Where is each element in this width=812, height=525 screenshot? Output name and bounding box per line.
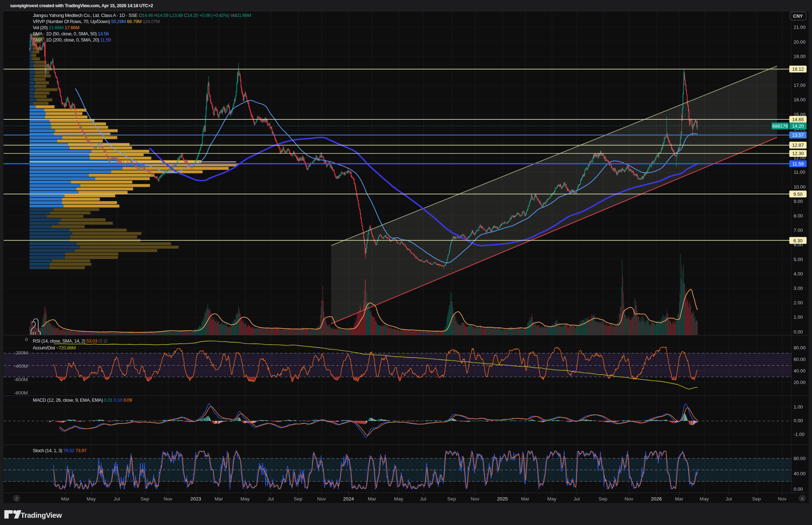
svg-text:2024: 2024 bbox=[343, 496, 354, 502]
svg-text:Sep: Sep bbox=[752, 496, 761, 502]
svg-text:Nov: Nov bbox=[471, 496, 479, 502]
svg-text:5.00: 5.00 bbox=[794, 257, 803, 262]
svg-text:May: May bbox=[240, 496, 250, 502]
svg-text:Jiangsu Yahong Meditech Co., L: Jiangsu Yahong Meditech Co., Ltd. Class … bbox=[33, 13, 251, 18]
svg-text:9.00: 9.00 bbox=[794, 199, 803, 204]
svg-text:Mar: Mar bbox=[61, 496, 70, 502]
svg-text:Jul: Jul bbox=[573, 496, 580, 502]
svg-text:6.30: 6.30 bbox=[793, 238, 802, 243]
svg-text:Mar: Mar bbox=[675, 496, 683, 502]
svg-text:Jul: Jul bbox=[267, 496, 274, 502]
svg-text:May: May bbox=[547, 496, 556, 502]
svg-text:-400M: -400M bbox=[14, 363, 28, 369]
svg-text:10.00: 10.00 bbox=[794, 184, 806, 190]
svg-text:Sep: Sep bbox=[294, 496, 302, 502]
svg-text:80.00: 80.00 bbox=[794, 345, 806, 350]
svg-text:20.00: 20.00 bbox=[794, 380, 806, 385]
svg-text:12.30: 12.30 bbox=[792, 151, 804, 156]
svg-text:40.00: 40.00 bbox=[794, 368, 806, 374]
svg-text:-600M: -600M bbox=[14, 377, 28, 382]
svg-text:14.20: 14.20 bbox=[792, 123, 804, 129]
svg-text:May: May bbox=[700, 496, 709, 502]
svg-text:14.65: 14.65 bbox=[792, 117, 804, 122]
svg-text:Mar: Mar bbox=[368, 496, 376, 502]
svg-text:Mar: Mar bbox=[214, 496, 223, 502]
svg-text:Accum/Dist −720.88M: Accum/Dist −720.88M bbox=[33, 345, 76, 350]
svg-text:2.00: 2.00 bbox=[794, 300, 803, 305]
svg-text:19.00: 19.00 bbox=[794, 54, 806, 59]
svg-text:11.00: 11.00 bbox=[794, 169, 805, 175]
svg-text:-200M: -200M bbox=[14, 350, 28, 356]
svg-text:Jul: Jul bbox=[726, 496, 732, 502]
svg-text:Nov: Nov bbox=[778, 496, 786, 502]
svg-text:Jul: Jul bbox=[114, 496, 120, 502]
svg-text:Jul: Jul bbox=[420, 496, 426, 502]
svg-text:18.12: 18.12 bbox=[792, 66, 804, 72]
svg-text:Z: Z bbox=[15, 497, 18, 501]
svg-text:1.00: 1.00 bbox=[794, 404, 803, 410]
svg-text:16.00: 16.00 bbox=[794, 97, 806, 102]
svg-text:2025: 2025 bbox=[497, 496, 508, 502]
svg-text:1.00: 1.00 bbox=[794, 314, 803, 320]
svg-text:Mar: Mar bbox=[521, 496, 529, 502]
svg-text:17.00: 17.00 bbox=[794, 83, 806, 88]
svg-text:Nov: Nov bbox=[625, 496, 633, 502]
svg-text:SMA · 1D (50, close, 0, SMA, 5: SMA · 1D (50, close, 0, SMA, 50) 13.58 bbox=[33, 31, 109, 36]
svg-text:688176: 688176 bbox=[772, 123, 788, 129]
svg-text:A: A bbox=[801, 497, 804, 501]
svg-text:21.00: 21.00 bbox=[794, 25, 806, 30]
svg-text:Sep: Sep bbox=[599, 496, 607, 502]
svg-text:savepiginvest created with Tra: savepiginvest created with TradingView.c… bbox=[10, 3, 153, 8]
svg-text:Vol (20) 21.66M 17.66M: Vol (20) 21.66M 17.66M bbox=[33, 25, 79, 30]
svg-text:9.50: 9.50 bbox=[793, 191, 802, 197]
svg-text:0.00: 0.00 bbox=[794, 486, 803, 492]
svg-text:TradingView: TradingView bbox=[21, 511, 62, 519]
svg-text:4.00: 4.00 bbox=[794, 271, 803, 277]
svg-text:8.00: 8.00 bbox=[794, 213, 803, 219]
svg-text:7.00: 7.00 bbox=[794, 228, 803, 233]
svg-text:MACD (12, 26, close, 9, EMA, E: MACD (12, 26, close, 9, EMA, EMA) 0.01 0… bbox=[33, 397, 132, 403]
svg-text:0.00: 0.00 bbox=[794, 418, 803, 423]
svg-text:2023: 2023 bbox=[190, 496, 201, 502]
svg-text:2026: 2026 bbox=[651, 496, 662, 502]
svg-text:40.00: 40.00 bbox=[794, 471, 806, 476]
svg-text:CNY: CNY bbox=[793, 13, 803, 19]
svg-text:VRVP (Number Of Rows, 70, Up/D: VRVP (Number Of Rows, 70, Up/Down) 55.28… bbox=[33, 19, 160, 24]
svg-text:0: 0 bbox=[25, 337, 28, 342]
svg-text:Sep: Sep bbox=[447, 496, 456, 502]
svg-text:80.00: 80.00 bbox=[794, 456, 806, 461]
svg-text:May: May bbox=[394, 496, 403, 502]
svg-text:RSI (14, close, SMA, 14, 2) 5: RSI (14, close, SMA, 14, 2) 53.03 ∅ ∅ bbox=[33, 338, 107, 344]
svg-text:Stoch (14, 1, 3) 79.52 73.97: Stoch (14, 1, 3) 79.52 73.97 bbox=[33, 448, 86, 453]
svg-text:13.57: 13.57 bbox=[792, 132, 804, 138]
svg-text:12.87: 12.87 bbox=[792, 142, 804, 148]
svg-text:-1.00: -1.00 bbox=[794, 432, 804, 437]
svg-text:SMA · 1D (200, close, 0, SMA,: SMA · 1D (200, close, 0, SMA, 20) 11.59 bbox=[33, 37, 111, 43]
svg-text:Nov: Nov bbox=[164, 496, 172, 502]
svg-text:0.00: 0.00 bbox=[794, 329, 803, 335]
svg-text:Sep: Sep bbox=[141, 496, 149, 502]
svg-text:60.00: 60.00 bbox=[794, 357, 806, 362]
svg-text:20.00: 20.00 bbox=[794, 39, 806, 45]
svg-text:May: May bbox=[86, 496, 96, 502]
svg-text:3.00: 3.00 bbox=[794, 286, 803, 291]
svg-text:-800M: -800M bbox=[14, 390, 28, 396]
svg-text:Nov: Nov bbox=[317, 496, 326, 502]
svg-text:11.59: 11.59 bbox=[792, 161, 804, 167]
